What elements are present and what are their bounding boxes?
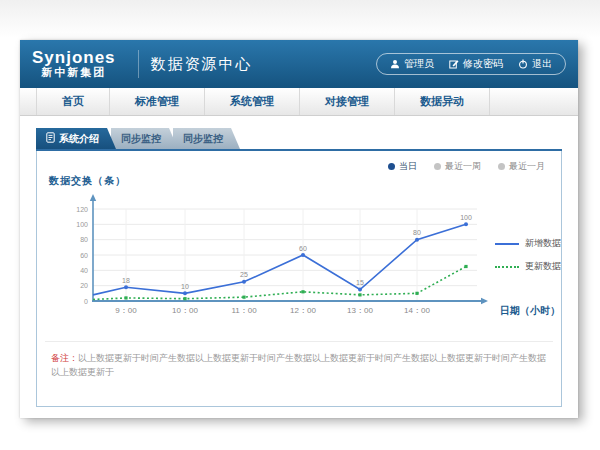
data-point — [242, 296, 245, 299]
y-tick-label: 80 — [80, 236, 88, 243]
footnote: 备注：以上数据更新于时间产生数据以上数据更新于时间产生数据以上数据更新于时间产生… — [51, 352, 547, 379]
user-icon — [390, 59, 400, 69]
change-password-label: 修改密码 — [463, 57, 503, 71]
header-user-actions: 管理员 修改密码 退出 — [376, 53, 566, 75]
legend-label: 新增数据 — [525, 237, 561, 250]
x-tick-label: 13：00 — [347, 306, 373, 315]
tab-label: 同步监控 — [121, 132, 161, 146]
radio-last-week[interactable]: 最近一周 — [434, 160, 481, 173]
tab-sync-monitor-2[interactable]: 同步监控 — [173, 128, 240, 149]
tab-label: 同步监控 — [183, 132, 223, 146]
legend-label: 更新数据 — [525, 260, 561, 273]
logout-label: 退出 — [532, 57, 552, 71]
radio-dot — [498, 163, 505, 170]
nav-item-system-mgmt[interactable]: 系统管理 — [205, 88, 300, 115]
dotted-line-swatch — [495, 266, 519, 268]
y-tick-label: 20 — [80, 282, 88, 289]
radio-today[interactable]: 当日 — [388, 160, 417, 173]
solid-line-swatch — [495, 243, 519, 245]
y-tick-label: 0 — [84, 298, 88, 305]
x-axis-title: 日期（小时） — [500, 305, 560, 316]
change-password-button[interactable]: 修改密码 — [449, 57, 503, 71]
data-point-label: 15 — [356, 279, 364, 286]
current-user-label: 管理员 — [404, 57, 434, 71]
data-point-label: 18 — [122, 277, 130, 284]
x-tick-label: 11：00 — [231, 306, 257, 315]
data-point-label: 10 — [181, 283, 189, 290]
chart-legend: 新增数据 更新数据 — [495, 237, 561, 273]
data-point — [464, 222, 468, 226]
panel-divider — [45, 341, 553, 342]
main-nav: 首页 标准管理 系统管理 对接管理 数据异动 — [20, 88, 578, 116]
data-point — [358, 288, 362, 292]
nav-item-home[interactable]: 首页 — [36, 88, 110, 115]
page-title: 数据资源中心 — [151, 55, 253, 74]
power-icon — [518, 59, 528, 69]
x-tick-label: 9：00 — [115, 306, 137, 315]
radio-dot — [388, 163, 395, 170]
data-point-label: 80 — [413, 229, 421, 236]
nav-item-standard-mgmt[interactable]: 标准管理 — [110, 88, 205, 115]
data-point — [183, 291, 187, 295]
edit-icon — [449, 59, 459, 69]
data-point — [415, 292, 418, 295]
x-axis-arrow — [481, 298, 488, 304]
brand-logo-main: Synjones — [32, 49, 116, 67]
data-point-label: 25 — [240, 271, 248, 278]
legend-item-update-data: 更新数据 — [495, 260, 561, 273]
app-window: Synjones 新中新集团 数据资源中心 管理员 修改密码 — [20, 40, 578, 418]
data-point — [301, 290, 304, 293]
y-tick-label: 100 — [76, 221, 88, 228]
tab-bar: 系统介绍 同步监控 同步监控 — [36, 128, 562, 149]
footnote-text: 以上数据更新于时间产生数据以上数据更新于时间产生数据以上数据更新于时间产生数据以… — [51, 353, 546, 377]
nav-item-data-change[interactable]: 数据异动 — [395, 88, 490, 115]
tab-sync-monitor-1[interactable]: 同步监控 — [111, 128, 178, 149]
data-point — [301, 253, 305, 257]
document-icon — [46, 132, 55, 145]
data-point — [358, 293, 361, 296]
radio-label: 当日 — [399, 160, 417, 173]
data-point-label: 100 — [460, 214, 472, 221]
y-axis-arrow — [90, 194, 96, 201]
data-point — [242, 280, 246, 284]
radio-dot — [434, 163, 441, 170]
data-point — [415, 238, 419, 242]
app-header: Synjones 新中新集团 数据资源中心 管理员 修改密码 — [20, 40, 578, 88]
chart-panel: 当日 最近一周 最近一月 数据交换（条） 0204060801001209：00… — [36, 151, 562, 407]
nav-item-integration-mgmt[interactable]: 对接管理 — [300, 88, 395, 115]
brand-logo: Synjones 新中新集团 — [32, 49, 116, 78]
line-chart: 0204060801001209：0010：0011：0012：0013：001… — [45, 189, 565, 334]
brand-logo-sub: 新中新集团 — [32, 67, 116, 79]
radio-last-month[interactable]: 最近一月 — [498, 160, 545, 173]
y-tick-label: 120 — [76, 206, 88, 213]
content-area: 系统介绍 同步监控 同步监控 当日 最近一周 — [20, 116, 578, 407]
x-tick-label: 10：00 — [172, 306, 198, 315]
data-point — [124, 285, 128, 289]
series-line-1 — [93, 267, 466, 300]
header-divider — [138, 50, 139, 78]
data-point — [464, 265, 467, 268]
radio-label: 最近一周 — [445, 160, 481, 173]
radio-label: 最近一月 — [509, 160, 545, 173]
series-line-0 — [93, 224, 466, 295]
legend-item-new-data: 新增数据 — [495, 237, 561, 250]
y-axis-title: 数据交换（条） — [49, 174, 126, 188]
footnote-prefix: 备注： — [51, 353, 78, 363]
y-tick-label: 60 — [80, 252, 88, 259]
data-point-label: 60 — [299, 245, 307, 252]
x-tick-label: 12：00 — [290, 306, 316, 315]
y-tick-label: 40 — [80, 267, 88, 274]
tab-system-intro[interactable]: 系统介绍 — [36, 128, 116, 149]
data-point — [183, 297, 186, 300]
time-range-filter: 当日 最近一周 最近一月 — [388, 160, 545, 173]
current-user-button[interactable]: 管理员 — [390, 57, 434, 71]
x-tick-label: 14：00 — [404, 306, 430, 315]
tab-label: 系统介绍 — [59, 132, 99, 146]
data-point — [124, 296, 127, 299]
logout-button[interactable]: 退出 — [518, 57, 552, 71]
